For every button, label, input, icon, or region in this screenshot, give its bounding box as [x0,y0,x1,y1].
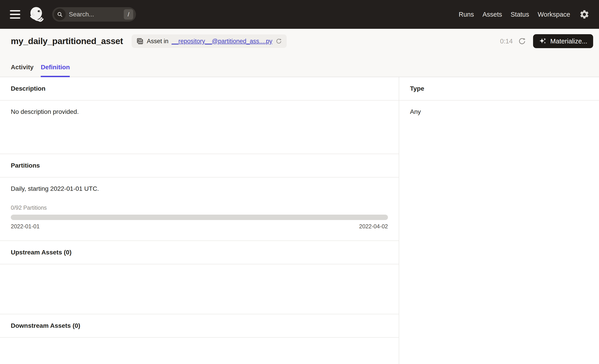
refresh-timer: 0:14 [500,38,513,45]
tab-activity[interactable]: Activity [11,64,34,77]
partition-range-start: 2022-01-01 [11,223,40,230]
settings-button[interactable] [579,9,590,20]
partitions-summary: Daily, starting 2022-01-01 UTC. [11,185,388,192]
asset-table-icon [136,37,144,45]
tab-definition[interactable]: Definition [41,64,70,77]
nav-item-status[interactable]: Status [511,11,529,18]
type-value: Any [399,101,599,123]
repository-link[interactable]: __repository__@partitioned_ass....py [172,38,273,45]
global-search[interactable]: / [52,7,136,22]
downstream-assets-heading: Downstream Assets (0) [0,314,399,338]
primary-nav: Runs Assets Status Workspace [459,11,570,18]
right-column: Type Any [399,77,599,364]
downstream-assets-body [0,338,399,364]
asset-badge-prefix: Asset in [147,38,168,45]
menu-icon [10,10,20,11]
search-input[interactable] [66,11,124,18]
nav-item-runs[interactable]: Runs [459,11,474,18]
page-title: my_daily_partitioned_asset [11,36,123,46]
upstream-assets-heading: Upstream Assets (0) [0,241,399,264]
left-column: Description No description provided. Par… [0,77,399,364]
dagster-logo[interactable] [29,6,46,23]
definition-panel: Description No description provided. Par… [0,77,599,364]
nav-item-workspace[interactable]: Workspace [537,11,570,18]
gear-icon [579,9,590,20]
materialize-button-label: Materialize... [550,38,587,45]
partitions-body: Daily, starting 2022-01-01 UTC. 0/92 Par… [0,177,399,241]
reload-icon [275,38,282,44]
nav-item-assets[interactable]: Assets [483,11,502,18]
slash-shortcut-badge: / [124,9,133,20]
partitions-heading: Partitions [0,154,399,177]
partitions-progress-label: 0/92 Partitions [11,205,388,211]
asset-page-header: my_daily_partitioned_asset Asset in __re… [0,29,599,77]
page-refresh-button[interactable] [518,37,526,45]
description-body: No description provided. [0,101,399,154]
partitions-progress-bar [11,215,388,220]
upstream-assets-body [0,264,399,314]
menu-button[interactable] [10,7,25,22]
top-navbar: / Runs Assets Status Workspace [0,0,599,29]
type-heading: Type [399,77,599,101]
description-heading: Description [0,77,399,101]
asset-tabs: Activity Definition [11,64,70,77]
refresh-icon [518,37,526,45]
materialize-button[interactable]: Materialize... [533,34,593,48]
search-icon [54,9,66,20]
asset-location-badge: Asset in __repository__@partitioned_ass.… [132,35,287,48]
sparkles-icon [539,37,547,45]
partition-range-end: 2022-04-02 [359,223,388,230]
badge-reload-button[interactable] [275,38,282,44]
